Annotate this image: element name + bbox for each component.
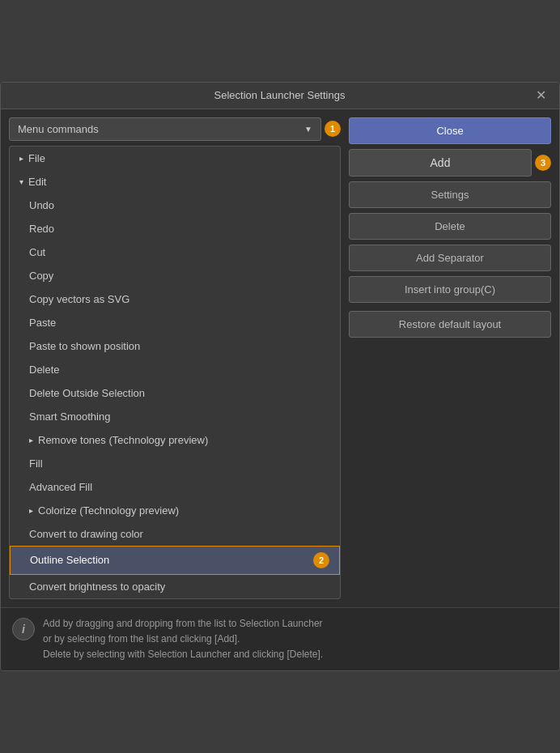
settings-button[interactable]: Settings bbox=[349, 181, 551, 208]
info-icon: i bbox=[12, 618, 35, 640]
list-item-label: Copy bbox=[29, 270, 53, 282]
list-item-label: Convert to drawing color bbox=[29, 528, 143, 540]
list-item[interactable]: ▸Remove tones (Technology preview) bbox=[10, 428, 340, 452]
list-item-label: Delete Outside Selection bbox=[29, 387, 145, 399]
restore-default-button[interactable]: Restore default layout bbox=[349, 311, 551, 338]
left-panel: Menu commands ▼ 1 ▸File▾EditUndoRedoCutC… bbox=[9, 117, 341, 599]
selected-badge: 2 bbox=[313, 552, 329, 568]
close-main-button[interactable]: Close bbox=[349, 117, 551, 144]
list-item[interactable]: Copy bbox=[10, 264, 340, 287]
dropdown-badge: 1 bbox=[325, 121, 341, 137]
chevron-right-icon: ▸ bbox=[19, 154, 23, 163]
list-item[interactable]: Delete Outside Selection bbox=[10, 381, 340, 405]
list-item-label: Delete bbox=[29, 364, 60, 376]
list-item[interactable]: Cut bbox=[10, 240, 340, 264]
list-item[interactable]: Delete bbox=[10, 358, 340, 381]
list-item-label: Paste to shown position bbox=[29, 340, 140, 352]
add-button-wrap: Add 3 bbox=[349, 149, 551, 177]
info-bar: i Add by dragging and dropping from the … bbox=[1, 607, 559, 671]
chevron-right-icon: ▸ bbox=[29, 436, 33, 445]
add-button[interactable]: Add bbox=[349, 149, 532, 177]
list-item-label: Cut bbox=[29, 246, 45, 258]
list-item[interactable]: Paste to shown position bbox=[10, 334, 340, 358]
add-badge: 3 bbox=[535, 155, 551, 171]
list-item-label: Edit bbox=[28, 176, 46, 188]
insert-group-button[interactable]: Insert into group(C) bbox=[349, 276, 551, 303]
list-item-label: Undo bbox=[29, 199, 54, 211]
delete-button[interactable]: Delete bbox=[349, 213, 551, 240]
dropdown-label: Menu commands bbox=[18, 123, 99, 135]
right-panel: Close Add 3 Settings Delete Add Separato… bbox=[349, 117, 551, 599]
dropdown-row: Menu commands ▼ 1 bbox=[9, 117, 341, 141]
list-item[interactable]: ▸Colorize (Technology preview) bbox=[10, 499, 340, 522]
list-item-label: Advanced Fill bbox=[29, 481, 92, 493]
chevron-down-icon: ▼ bbox=[304, 125, 312, 134]
dialog-window: Selection Launcher Settings ✕ Menu comma… bbox=[0, 82, 560, 672]
list-item[interactable]: Convert to drawing color bbox=[10, 522, 340, 546]
chevron-right-icon: ▸ bbox=[29, 506, 33, 515]
list-item-label: Copy vectors as SVG bbox=[29, 293, 129, 305]
list-item-label: Remove tones (Technology preview) bbox=[38, 434, 208, 446]
menu-items-list: ▸File▾EditUndoRedoCutCopyCopy vectors as… bbox=[9, 146, 341, 599]
list-item[interactable]: Outline Selection2 bbox=[10, 546, 340, 575]
list-item[interactable]: Paste bbox=[10, 311, 340, 334]
menu-commands-dropdown[interactable]: Menu commands ▼ bbox=[9, 117, 321, 141]
list-item[interactable]: Smart Smoothing bbox=[10, 405, 340, 428]
dialog-close-x-button[interactable]: ✕ bbox=[532, 89, 549, 102]
list-item-label: Redo bbox=[29, 223, 54, 235]
list-item[interactable]: Advanced Fill bbox=[10, 475, 340, 499]
list-item-label: Paste bbox=[29, 317, 56, 329]
chevron-down-icon: ▾ bbox=[19, 177, 23, 186]
list-item[interactable]: Copy vectors as SVG bbox=[10, 287, 340, 311]
list-item-label: Smart Smoothing bbox=[29, 411, 110, 423]
list-item[interactable]: Redo bbox=[10, 217, 340, 240]
list-item-label: Convert brightness to opacity bbox=[29, 581, 165, 593]
list-item[interactable]: Convert brightness to opacity bbox=[10, 575, 340, 598]
list-item-label: Colorize (Technology preview) bbox=[38, 504, 179, 517]
list-item-label: File bbox=[28, 152, 45, 164]
dialog-body: Menu commands ▼ 1 ▸File▾EditUndoRedoCutC… bbox=[1, 109, 559, 607]
dialog-title: Selection Launcher Settings bbox=[27, 89, 532, 101]
action-buttons: Add 3 Settings Delete Add Separator Inse… bbox=[349, 149, 551, 303]
list-item[interactable]: Undo bbox=[10, 194, 340, 217]
list-item[interactable]: ▸File bbox=[10, 147, 340, 170]
list-item[interactable]: ▾Edit bbox=[10, 170, 340, 194]
add-separator-button[interactable]: Add Separator bbox=[349, 245, 551, 271]
list-item-label: Fill bbox=[29, 457, 43, 470]
info-text: Add by dragging and dropping from the li… bbox=[43, 616, 323, 663]
list-item-label: Outline Selection bbox=[30, 554, 109, 566]
list-item[interactable]: Fill bbox=[10, 452, 340, 475]
title-bar: Selection Launcher Settings ✕ bbox=[1, 83, 559, 109]
